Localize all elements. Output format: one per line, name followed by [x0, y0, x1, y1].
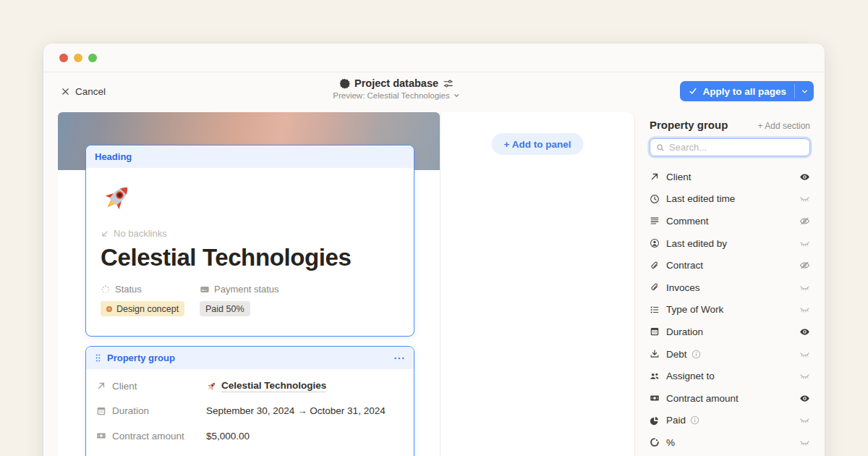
apply-to-all-pages-button[interactable]: Apply to all pages: [680, 81, 794, 101]
zoom-window-button[interactable]: [88, 54, 97, 62]
side-panel-canvas: + Add to panel: [440, 112, 635, 456]
eye-hidden-icon[interactable]: [799, 216, 810, 227]
download-tray-icon: [650, 349, 660, 359]
cancel-label: Cancel: [75, 86, 106, 97]
chevron-down-icon: [453, 92, 460, 99]
document-title: Celestial Technologies: [101, 244, 399, 271]
rocket-page-icon[interactable]: [101, 181, 134, 214]
sidebar-title: Property group: [650, 119, 728, 131]
property-row[interactable]: ClientCelestial Technologies: [96, 373, 404, 399]
sidebar-property-last-edited-time[interactable]: Last edited time: [635, 188, 825, 211]
property-name: Debt: [666, 349, 687, 360]
property-name: Paid: [666, 415, 686, 426]
eye-closed-icon[interactable]: [799, 193, 810, 204]
sidebar-property-invoces[interactable]: Invoces: [635, 276, 825, 299]
property-name: Duration: [666, 326, 703, 337]
minimize-window-button[interactable]: [74, 54, 82, 62]
sliders-icon[interactable]: [443, 78, 454, 89]
eye-hidden-icon[interactable]: [799, 260, 810, 271]
status-dot: [106, 306, 112, 312]
property-list: ClientLast edited timeCommentLast edited…: [635, 166, 825, 454]
bulleted-list-icon: [650, 305, 660, 315]
check-icon: [689, 87, 697, 96]
property-row[interactable]: ContractEmpty: [96, 449, 404, 456]
info-icon: [692, 350, 701, 359]
property-name: Contract amount: [666, 393, 739, 404]
calendar-icon: [96, 406, 106, 416]
property-name: Last edited time: [666, 193, 735, 204]
sidebar-property-type-of-work[interactable]: Type of Work: [635, 299, 825, 321]
search-input[interactable]: [669, 142, 804, 153]
credit-card-icon: [200, 284, 210, 295]
sidebar-property-duration[interactable]: Duration: [635, 321, 825, 343]
property-value[interactable]: Celestial Technologies: [206, 380, 326, 392]
text-lines-icon: [650, 216, 660, 226]
field-label: Status: [115, 284, 142, 295]
sidebar-property-client[interactable]: Client: [635, 166, 825, 188]
sidebar-property-contract-amount[interactable]: Contract amount: [635, 387, 825, 410]
sidebar-property-last-edited-by[interactable]: Last edited by: [635, 232, 825, 255]
people-icon: [650, 371, 660, 381]
eye-closed-icon[interactable]: [799, 238, 810, 249]
sidebar-property-debt[interactable]: Debt: [635, 343, 825, 366]
cancel-button[interactable]: Cancel: [61, 81, 106, 101]
clock-icon: [650, 194, 660, 204]
property-group-block[interactable]: Property group ClientCelestial Technolog…: [85, 346, 414, 456]
eye-visible-icon[interactable]: [799, 326, 810, 337]
preview-selector[interactable]: Preview: Celestial Technologies: [333, 91, 460, 100]
sidebar-property-paid[interactable]: Paid: [635, 410, 825, 432]
eye-visible-icon[interactable]: [799, 172, 810, 182]
eye-closed-icon[interactable]: [799, 437, 810, 448]
apply-options-button[interactable]: [795, 81, 814, 101]
sidebar-property--[interactable]: %: [635, 431, 825, 454]
property-label: Duration: [112, 405, 149, 416]
property-group-sidebar: Property group + Add section ClientLast …: [635, 112, 825, 456]
info-icon: [690, 415, 699, 425]
rocket-icon: [206, 381, 217, 392]
add-to-panel-button[interactable]: + Add to panel: [492, 133, 584, 155]
titlebar: [43, 43, 825, 72]
apply-label: Apply to all pages: [702, 86, 786, 97]
heading-block-label: Heading: [95, 151, 132, 162]
paperclip-icon: [650, 282, 660, 292]
editor-content: Heading No backlinks Celestial Technolog…: [43, 112, 825, 456]
sidebar-property-assignet-to[interactable]: Assignet to: [635, 365, 825, 387]
property-group-header[interactable]: Property group: [86, 347, 414, 369]
page-title: Project database: [354, 77, 438, 89]
eye-closed-icon[interactable]: [799, 349, 810, 360]
property-row[interactable]: Contract amount$5,000.00: [96, 423, 404, 449]
title-block: Project database Preview: Celestial Tech…: [333, 77, 460, 100]
status-spinner-icon: [101, 284, 111, 295]
sidebar-property-contract[interactable]: Contract: [635, 254, 825, 276]
eye-visible-icon[interactable]: [799, 393, 810, 404]
property-name: Invoces: [666, 282, 700, 293]
close-window-button[interactable]: [59, 54, 68, 62]
drag-handle-icon[interactable]: [95, 353, 101, 363]
heading-block-header[interactable]: Heading: [86, 145, 414, 168]
heading-block[interactable]: Heading No backlinks Celestial Technolog…: [85, 145, 414, 337]
arrow-down-left-icon: [101, 229, 109, 238]
property-label: Contract amount: [112, 431, 184, 442]
value-tag: Paid 50%: [200, 301, 250, 316]
backlinks-indicator: No backlinks: [101, 228, 399, 239]
property-name: Assignet to: [666, 371, 715, 381]
value-tag: Design concept: [101, 301, 184, 316]
backlinks-label: No backlinks: [114, 228, 167, 239]
eye-closed-icon[interactable]: [799, 415, 810, 426]
property-value: $5,000.00: [206, 431, 250, 442]
eye-closed-icon[interactable]: [799, 371, 810, 381]
database-template-editor-window: Cancel Project database Preview: Celesti…: [43, 43, 825, 456]
property-row[interactable]: DurationSeptember 30, 2024 → October 31,…: [96, 399, 404, 424]
sidebar-property-comment[interactable]: Comment: [635, 210, 825, 232]
arrow-up-right-icon: [96, 381, 106, 391]
traffic-lights: [59, 54, 97, 62]
ellipsis-menu-icon[interactable]: [393, 356, 405, 360]
close-icon: [61, 87, 70, 96]
person-circle-icon: [650, 238, 660, 248]
add-section-button[interactable]: + Add section: [758, 121, 810, 131]
eye-closed-icon[interactable]: [799, 304, 810, 315]
property-search: [650, 138, 810, 156]
eye-closed-icon[interactable]: [799, 282, 810, 293]
property-group-rows: ClientCelestial TechnologiesDurationSept…: [86, 369, 414, 456]
property-name: Last edited by: [666, 238, 727, 249]
